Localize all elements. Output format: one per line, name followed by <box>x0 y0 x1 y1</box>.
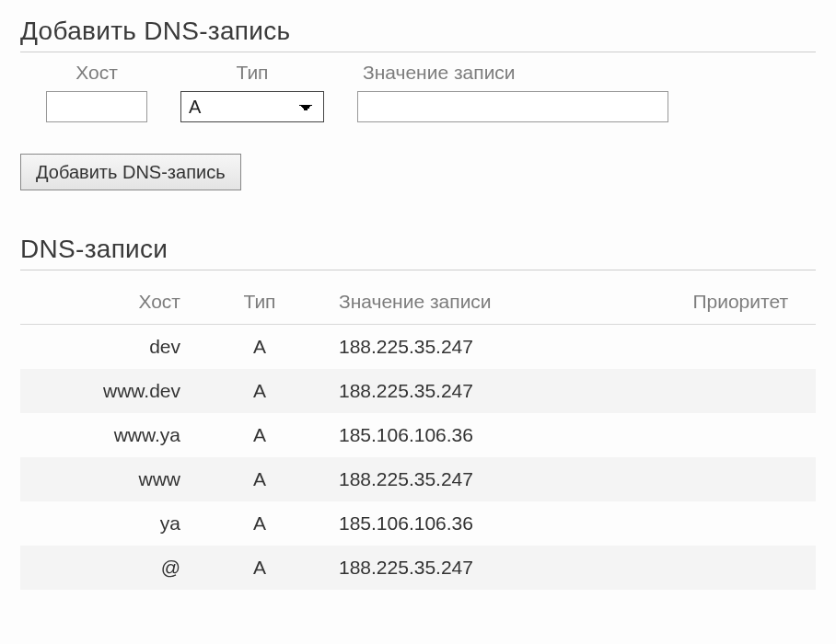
col-header-priority: Приоритет <box>641 280 816 325</box>
table-row: wwwA188.225.35.247 <box>20 457 816 501</box>
divider <box>20 52 816 52</box>
cell-type: A <box>204 457 315 501</box>
cell-host: www <box>20 457 204 501</box>
col-header-type: Тип <box>204 280 315 325</box>
host-field: Хост <box>46 62 147 122</box>
value-input[interactable] <box>357 91 668 122</box>
cell-priority <box>641 546 816 590</box>
cell-priority <box>641 501 816 546</box>
cell-host: ya <box>20 501 204 546</box>
host-label: Хост <box>75 62 118 84</box>
cell-priority <box>641 413 816 457</box>
add-record-button[interactable]: Добавить DNS-запись <box>20 154 241 190</box>
host-input[interactable] <box>46 91 147 122</box>
records-table: Хост Тип Значение записи Приоритет devA1… <box>20 280 816 590</box>
cell-host: www.ya <box>20 413 204 457</box>
cell-type: A <box>204 546 315 590</box>
table-header-row: Хост Тип Значение записи Приоритет <box>20 280 816 325</box>
value-label: Значение записи <box>357 62 516 84</box>
cell-host: www.dev <box>20 369 204 413</box>
cell-host: @ <box>20 546 204 590</box>
type-field: Тип A <box>180 62 324 122</box>
table-row: www.devA188.225.35.247 <box>20 369 816 413</box>
table-row: @A188.225.35.247 <box>20 546 816 590</box>
table-row: www.yaA185.106.106.36 <box>20 413 816 457</box>
cell-priority <box>641 457 816 501</box>
cell-value: 185.106.106.36 <box>315 413 641 457</box>
type-label: Тип <box>236 62 268 84</box>
cell-type: A <box>204 369 315 413</box>
records-heading: DNS-записи <box>20 235 816 264</box>
cell-value: 188.225.35.247 <box>315 325 641 370</box>
cell-priority <box>641 369 816 413</box>
col-header-value: Значение записи <box>315 280 641 325</box>
table-row: devA188.225.35.247 <box>20 325 816 370</box>
table-row: yaA185.106.106.36 <box>20 501 816 546</box>
cell-priority <box>641 325 816 370</box>
value-field: Значение записи <box>357 62 668 122</box>
type-select[interactable]: A <box>180 91 324 122</box>
add-record-heading: Добавить DNS-запись <box>20 17 816 46</box>
divider <box>20 270 816 270</box>
col-header-host: Хост <box>20 280 204 325</box>
cell-value: 188.225.35.247 <box>315 369 641 413</box>
add-record-form: Хост Тип A Значение записи <box>20 62 816 122</box>
cell-value: 188.225.35.247 <box>315 457 641 501</box>
cell-value: 188.225.35.247 <box>315 546 641 590</box>
cell-type: A <box>204 501 315 546</box>
cell-value: 185.106.106.36 <box>315 501 641 546</box>
cell-host: dev <box>20 325 204 370</box>
cell-type: A <box>204 413 315 457</box>
cell-type: A <box>204 325 315 370</box>
